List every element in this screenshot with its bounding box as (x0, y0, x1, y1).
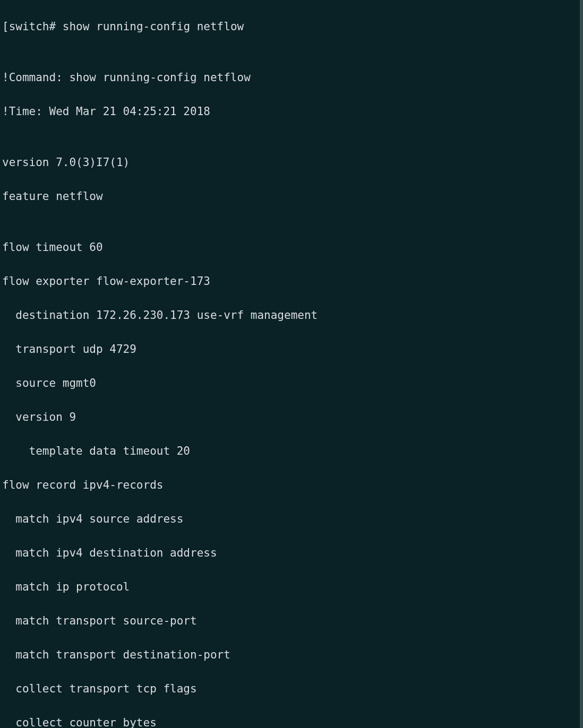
output-line: !Command: show running-config netflow (2, 69, 581, 86)
command-line-1: [switch# show running-config netflow (2, 18, 581, 35)
typed-command: show running-config netflow (56, 20, 244, 33)
output-line: match transport destination-port (2, 646, 581, 663)
output-line: flow exporter flow-exporter-173 (2, 273, 581, 290)
output-line: match transport source-port (2, 612, 581, 629)
output-line: match ip protocol (2, 578, 581, 595)
output-line: version 9 (2, 409, 581, 426)
output-line: match ipv4 source address (2, 510, 581, 527)
output-line: !Time: Wed Mar 21 04:25:21 2018 (2, 103, 581, 120)
output-line: template data timeout 20 (2, 443, 581, 460)
output-line: flow record ipv4-records (2, 476, 581, 493)
output-line: destination 172.26.230.173 use-vrf manag… (2, 307, 581, 324)
prompt-bracket: [ (2, 20, 9, 33)
output-line: match ipv4 destination address (2, 544, 581, 561)
prompt-host: switch# (9, 20, 56, 33)
output-line: feature netflow (2, 188, 581, 205)
output-line: collect counter bytes (2, 714, 581, 728)
output-line: version 7.0(3)I7(1) (2, 154, 581, 171)
terminal-output[interactable]: [switch# show running-config netflow !Co… (2, 1, 581, 728)
output-line: source mgmt0 (2, 375, 581, 392)
scrollbar[interactable] (580, 0, 583, 728)
output-line: transport udp 4729 (2, 341, 581, 358)
output-line: flow timeout 60 (2, 239, 581, 256)
output-line: collect transport tcp flags (2, 680, 581, 697)
